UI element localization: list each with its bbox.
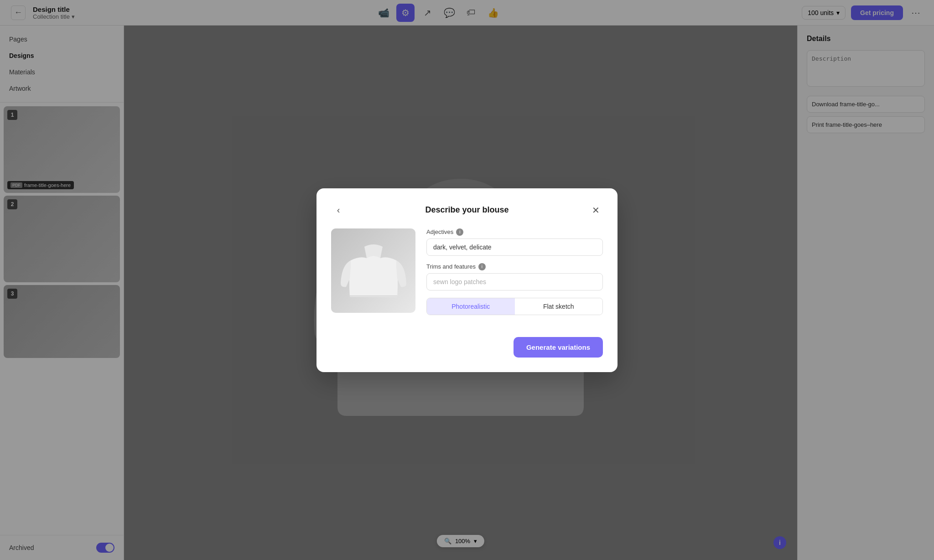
blouse-svg xyxy=(337,233,410,308)
modal-back-button[interactable]: ‹ xyxy=(331,203,346,218)
modal-blouse-image xyxy=(331,228,415,313)
modal-form: Adjectives i Trims and features i Photor… xyxy=(426,228,603,326)
modal-body: Adjectives i Trims and features i Photor… xyxy=(331,228,603,326)
flat-sketch-mode-button[interactable]: Flat sketch xyxy=(515,298,603,315)
adjectives-label: Adjectives i xyxy=(426,228,603,236)
photorealistic-mode-button[interactable]: Photorealistic xyxy=(427,298,515,315)
modal-header: ‹ Describe your blouse ✕ xyxy=(331,203,603,218)
generate-variations-button[interactable]: Generate variations xyxy=(514,337,603,358)
describe-blouse-modal: ‹ Describe your blouse ✕ xyxy=(317,188,617,372)
trims-input[interactable] xyxy=(426,273,603,290)
trims-label: Trims and features i xyxy=(426,263,603,270)
modal-close-button[interactable]: ✕ xyxy=(588,203,603,218)
modal-title: Describe your blouse xyxy=(425,205,509,215)
adjectives-info-icon[interactable]: i xyxy=(456,228,463,236)
mode-toggle: Photorealistic Flat sketch xyxy=(426,298,603,315)
modal-overlay[interactable]: ‹ Describe your blouse ✕ xyxy=(0,0,934,560)
adjectives-input[interactable] xyxy=(426,239,603,256)
trims-info-icon[interactable]: i xyxy=(478,263,486,270)
